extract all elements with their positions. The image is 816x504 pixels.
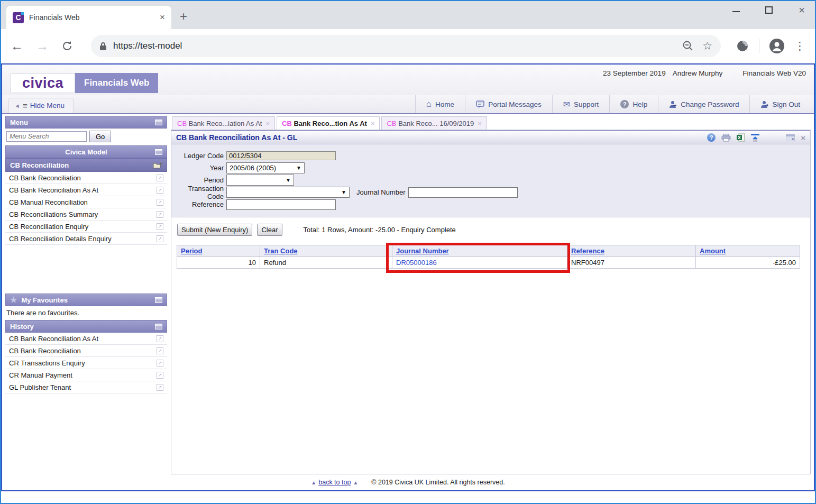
open-new-window-icon[interactable]: ↗ bbox=[157, 211, 163, 218]
profile-avatar[interactable] bbox=[769, 38, 785, 54]
app-logo: civica Financials Web bbox=[11, 73, 158, 93]
close-pane-icon[interactable]: × bbox=[801, 133, 805, 142]
item-label: CB Manual Reconciliation bbox=[9, 198, 88, 206]
open-new-window-icon[interactable]: ↗ bbox=[157, 223, 163, 230]
tab-close-icon[interactable]: × bbox=[478, 120, 482, 127]
back-to-top-link[interactable]: ▲ back to top ▲ bbox=[311, 479, 358, 486]
sidebar-history-list: CB Bank Reconciliation As At↗ CB Bank Re… bbox=[5, 333, 167, 393]
history-item-cr-manual-payment[interactable]: CR Manual Payment↗ bbox=[5, 369, 167, 381]
url-text[interactable]: https://test-model bbox=[113, 41, 674, 51]
col-header-journal-number[interactable]: Journal Number bbox=[392, 245, 567, 257]
browser-tab[interactable]: C Financials Web × bbox=[6, 6, 171, 29]
collapse-panel-icon[interactable] bbox=[751, 134, 759, 142]
menu-search-go-button[interactable]: Go bbox=[89, 131, 111, 142]
doc-tab-2-active[interactable]: CB Bank Reco...tion As At × bbox=[277, 116, 380, 130]
forward-icon: → bbox=[36, 39, 49, 53]
minimize-icon[interactable] bbox=[732, 8, 740, 12]
open-new-window-icon[interactable]: ↗ bbox=[157, 335, 163, 342]
window-panel-icon[interactable] bbox=[155, 120, 162, 125]
year-select[interactable]: 2005/06 (2005) ▼ bbox=[226, 162, 305, 173]
window-panel-icon[interactable] bbox=[155, 149, 162, 155]
nav-label: Sign Out bbox=[772, 100, 800, 108]
col-header-label[interactable]: Period bbox=[181, 247, 202, 255]
sidebar-section-cb-reconciliation[interactable]: CB Reconciliation bbox=[5, 158, 167, 172]
print-icon[interactable] bbox=[721, 134, 731, 142]
window-panel-icon[interactable] bbox=[155, 297, 162, 303]
col-header-label[interactable]: Journal Number bbox=[396, 247, 449, 255]
zoom-out-icon[interactable] bbox=[682, 40, 694, 52]
tab-prefix: CB bbox=[177, 120, 187, 127]
ledger-code-label: Ledger Code bbox=[171, 152, 226, 160]
period-select[interactable]: ▼ bbox=[226, 175, 294, 186]
tab-close-icon[interactable]: × bbox=[265, 120, 270, 127]
window-panel-icon[interactable] bbox=[155, 324, 162, 329]
doc-tab-3[interactable]: CB Bank Reco... 16/09/2019 × bbox=[381, 116, 487, 130]
open-new-window-icon[interactable]: ↗ bbox=[157, 360, 163, 366]
back-icon[interactable]: ← bbox=[11, 39, 23, 53]
browser-menu-icon[interactable]: ⋮ bbox=[794, 40, 805, 52]
open-new-window-icon[interactable]: ↗ bbox=[157, 235, 163, 242]
sidebar-item-cb-manual-reconciliation[interactable]: CB Manual Reconciliation↗ bbox=[5, 196, 167, 208]
menu-search-input[interactable] bbox=[6, 131, 87, 142]
open-new-window-icon[interactable]: ↗ bbox=[157, 175, 163, 181]
maximize-icon[interactable] bbox=[765, 6, 773, 14]
sidebar-favourites-header[interactable]: ★ My Favourites bbox=[5, 294, 167, 306]
nav-item-help[interactable]: ? Help bbox=[609, 95, 658, 113]
doc-tab-1[interactable]: CB Bank Reco...iation As At × bbox=[172, 116, 275, 130]
history-item-cr-transactions-enquiry[interactable]: CR Transactions Enquiry↗ bbox=[5, 357, 167, 369]
tab-close-icon[interactable]: × bbox=[160, 12, 165, 23]
window-controls: × bbox=[732, 6, 805, 14]
export-excel-icon[interactable] bbox=[737, 133, 745, 142]
transaction-code-select[interactable]: ▼ bbox=[226, 187, 350, 198]
new-window-icon[interactable] bbox=[786, 134, 795, 141]
nav-item-home[interactable]: ⌂ Home bbox=[415, 95, 465, 113]
open-new-window-icon[interactable]: ↗ bbox=[157, 372, 163, 379]
nav-item-change-password[interactable]: Change Password bbox=[658, 95, 749, 113]
nav-item-support[interactable]: ✉ Support bbox=[552, 95, 610, 113]
tab-prefix: CB bbox=[282, 120, 292, 127]
hide-menu-arrow-icon: ◄ bbox=[14, 103, 20, 109]
bookmark-star-icon[interactable]: ☆ bbox=[702, 40, 712, 52]
history-item-cb-bank-reconciliation-as-at[interactable]: CB Bank Reconciliation As At↗ bbox=[5, 333, 167, 345]
close-window-icon[interactable]: × bbox=[798, 6, 805, 14]
history-item-gl-publisher-tenant[interactable]: GL Publisher Tenant↗ bbox=[5, 381, 167, 393]
col-header-label[interactable]: Reference bbox=[571, 247, 604, 255]
sidebar-item-cb-reconciliation-details-enquiry[interactable]: CB Reconciliation Details Enquiry↗ bbox=[5, 233, 167, 245]
browser-window: C Financials Web × + × ← → https://test-… bbox=[0, 0, 816, 504]
sidebar-item-cb-bank-reconciliation[interactable]: CB Bank Reconciliation↗ bbox=[5, 172, 167, 184]
address-bar[interactable]: https://test-model ☆ bbox=[91, 35, 721, 57]
sidebar-item-cb-reconciliations-summary[interactable]: CB Reconciliations Summary↗ bbox=[5, 208, 167, 221]
col-header-amount[interactable]: Amount bbox=[696, 245, 800, 257]
reload-icon[interactable] bbox=[61, 40, 73, 52]
open-new-window-icon[interactable]: ↗ bbox=[157, 187, 163, 194]
extension-icon[interactable] bbox=[736, 39, 749, 53]
col-header-period[interactable]: Period bbox=[177, 245, 260, 257]
col-header-label[interactable]: Tran Code bbox=[264, 247, 298, 255]
back-to-top-label: back to top bbox=[318, 479, 351, 486]
help-icon[interactable]: ? bbox=[707, 133, 716, 142]
col-header-label[interactable]: Amount bbox=[700, 247, 726, 255]
sidebar-item-cb-reconciliation-enquiry[interactable]: CB Reconciliation Enquiry↗ bbox=[5, 221, 167, 233]
sidebar-item-cb-bank-reconciliation-as-at[interactable]: CB Bank Reconciliation As At↗ bbox=[5, 184, 167, 196]
nav-item-portal-messages[interactable]: Portal Messages bbox=[465, 95, 552, 113]
col-header-tran-code[interactable]: Tran Code bbox=[260, 245, 392, 257]
site-favicon: C bbox=[13, 12, 24, 23]
results-header-row: Period Tran Code Journal Number Referenc… bbox=[177, 245, 800, 257]
journal-number-field[interactable] bbox=[408, 187, 518, 198]
history-item-cb-bank-reconciliation[interactable]: CB Bank Reconciliation↗ bbox=[5, 345, 167, 357]
open-new-window-icon[interactable]: ↗ bbox=[157, 199, 163, 206]
open-new-window-icon[interactable]: ↗ bbox=[157, 384, 163, 391]
sidebar-model-header[interactable]: Civica Model bbox=[5, 145, 167, 158]
nav-item-sign-out[interactable]: Sign Out bbox=[749, 95, 811, 113]
new-tab-icon[interactable]: + bbox=[180, 9, 187, 24]
submit-button[interactable]: Submit (New Enquiry) bbox=[177, 224, 252, 236]
tab-label: Bank Reco...iation As At bbox=[189, 120, 262, 127]
open-new-window-icon[interactable]: ↗ bbox=[157, 347, 163, 354]
hide-menu-button[interactable]: ◄ ≡ Hide Menu bbox=[8, 98, 74, 113]
enquiry-panel: CB Bank Reconciliation As At - GL ? bbox=[171, 130, 811, 474]
journal-number-link[interactable]: DR05000186 bbox=[396, 259, 437, 267]
tab-close-icon[interactable]: × bbox=[371, 120, 375, 127]
col-header-reference[interactable]: Reference bbox=[567, 245, 696, 257]
reference-field[interactable] bbox=[226, 199, 336, 210]
clear-button[interactable]: Clear bbox=[257, 224, 282, 236]
